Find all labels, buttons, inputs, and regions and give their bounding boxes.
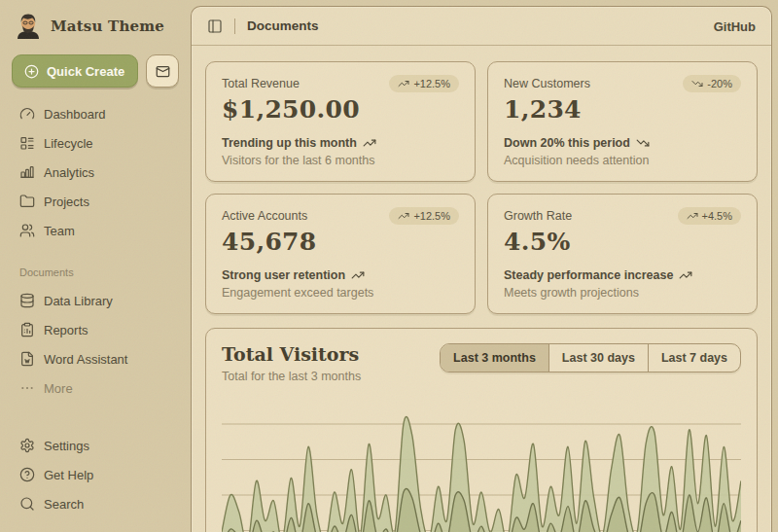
trending-up-icon bbox=[687, 210, 698, 222]
trending-down-icon bbox=[691, 78, 703, 89]
trending-up-icon bbox=[363, 136, 376, 150]
sidebar-item-data-library[interactable]: Data Library bbox=[12, 286, 179, 315]
trending-up-icon bbox=[398, 78, 409, 89]
card-label: Active Accounts bbox=[222, 207, 307, 223]
card-label: Growth Rate bbox=[504, 207, 572, 223]
report-icon bbox=[19, 322, 35, 337]
database-icon bbox=[19, 293, 35, 308]
card-new-customers: New Customers -20% 1,234 Down 20% this p… bbox=[487, 61, 758, 182]
sidebar: Matsu Theme Quick Create Dashboard bbox=[0, 0, 191, 532]
trending-up-icon bbox=[351, 268, 365, 282]
badge-value: +4.5% bbox=[702, 210, 733, 222]
card-footer-desc: Visitors for the last 6 months bbox=[222, 154, 459, 167]
quick-create-button[interactable]: Quick Create bbox=[12, 54, 138, 88]
card-value: 45,678 bbox=[222, 228, 459, 256]
card-total-revenue: Total Revenue +12.5% $1,250.00 Trending … bbox=[205, 61, 476, 182]
card-value: $1,250.00 bbox=[222, 95, 459, 124]
sidebar-item-label: Analytics bbox=[44, 165, 94, 180]
nav-main: Dashboard Lifecycle Analytics Projects bbox=[12, 99, 179, 245]
sidebar-header[interactable]: Matsu Theme bbox=[12, 10, 179, 47]
sidebar-item-settings[interactable]: Settings bbox=[12, 431, 179, 460]
badge-value: +12.5% bbox=[413, 210, 450, 222]
sidebar-section-documents: Documents bbox=[19, 266, 171, 278]
sidebar-item-projects[interactable]: Projects bbox=[12, 187, 179, 216]
sidebar-item-team[interactable]: Team bbox=[12, 216, 179, 245]
card-footer-desc: Meets growth projections bbox=[504, 286, 741, 300]
ellipsis-icon bbox=[19, 380, 35, 396]
app-title: Matsu Theme bbox=[51, 18, 164, 35]
sidebar-item-label: Settings bbox=[44, 439, 89, 453]
card-label: New Customers bbox=[504, 75, 590, 90]
sidebar-item-word-assistant[interactable]: Word Assistant bbox=[12, 344, 179, 373]
sidebar-item-dashboard[interactable]: Dashboard bbox=[12, 99, 179, 128]
card-footer-title: Trending up this month bbox=[222, 136, 357, 150]
sidebar-item-lifecycle[interactable]: Lifecycle bbox=[12, 128, 179, 158]
main-content: Total Revenue +12.5% $1,250.00 Trending … bbox=[192, 46, 771, 532]
quick-create-row: Quick Create bbox=[12, 54, 179, 88]
stat-cards-grid: Total Revenue +12.5% $1,250.00 Trending … bbox=[205, 61, 758, 314]
card-footer-desc: Engagement exceed targets bbox=[222, 286, 459, 300]
trending-up-icon bbox=[398, 210, 409, 222]
sidebar-item-label: Reports bbox=[44, 323, 88, 337]
app-root: Matsu Theme Quick Create Dashboard bbox=[0, 0, 778, 532]
card-footer-title: Steady performance increase bbox=[504, 268, 673, 282]
trend-badge: +4.5% bbox=[678, 207, 742, 225]
circle-plus-icon bbox=[24, 64, 39, 79]
card-label: Total Revenue bbox=[222, 75, 300, 90]
main-panel: Documents GitHub Total Revenue +12.5% bbox=[191, 6, 772, 532]
badge-value: +12.5% bbox=[413, 78, 450, 89]
range-last-30-days[interactable]: Last 30 days bbox=[548, 344, 648, 372]
sidebar-item-label: Dashboard bbox=[44, 107, 106, 122]
gear-icon bbox=[19, 438, 35, 453]
trending-up-icon bbox=[679, 268, 692, 282]
card-growth-rate: Growth Rate +4.5% 4.5% Steady performanc… bbox=[487, 194, 758, 314]
card-value: 1,234 bbox=[504, 95, 741, 124]
trending-down-icon bbox=[636, 136, 650, 150]
card-footer-title: Strong user retention bbox=[222, 268, 345, 282]
sidebar-item-label: Lifecycle bbox=[44, 136, 93, 151]
range-last-7-days[interactable]: Last 7 days bbox=[648, 344, 740, 372]
users-icon bbox=[19, 223, 35, 238]
topbar-separator bbox=[234, 18, 235, 34]
trend-badge: +12.5% bbox=[389, 207, 459, 225]
sidebar-item-label: More bbox=[44, 381, 73, 396]
inbox-button[interactable] bbox=[146, 54, 179, 88]
quick-create-label: Quick Create bbox=[47, 64, 124, 79]
page-title: Documents bbox=[247, 18, 319, 33]
bar-chart-icon bbox=[19, 164, 35, 180]
sidebar-item-get-help[interactable]: Get Help bbox=[12, 460, 179, 489]
file-word-icon bbox=[19, 351, 35, 367]
help-circle-icon bbox=[19, 467, 35, 482]
list-details-icon bbox=[19, 135, 35, 151]
sidebar-item-label: Projects bbox=[44, 195, 89, 209]
sidebar-item-search[interactable]: Search bbox=[12, 489, 179, 518]
sidebar-item-label: Data Library bbox=[44, 294, 113, 308]
github-link[interactable]: GitHub bbox=[714, 19, 756, 34]
sidebar-item-label: Word Assistant bbox=[44, 352, 127, 367]
badge-value: -20% bbox=[707, 78, 732, 89]
card-value: 4.5% bbox=[504, 228, 741, 256]
range-last-3-months[interactable]: Last 3 months bbox=[441, 344, 548, 372]
card-footer-desc: Acquisition needs attention bbox=[504, 154, 741, 167]
folder-icon bbox=[19, 194, 35, 209]
nav-footer: Settings Get Help Search bbox=[12, 431, 179, 520]
card-active-accounts: Active Accounts +12.5% 45,678 Strong use… bbox=[205, 194, 476, 314]
chart-subtitle: Total for the last 3 months bbox=[222, 370, 361, 383]
visitors-area-chart[interactable] bbox=[222, 407, 741, 532]
nav-documents: Data Library Reports Word Assistant More bbox=[12, 286, 179, 403]
search-icon bbox=[19, 496, 35, 512]
sidebar-item-more[interactable]: More bbox=[12, 373, 179, 403]
sidebar-item-reports[interactable]: Reports bbox=[12, 315, 179, 344]
sidebar-item-label: Get Help bbox=[44, 468, 93, 482]
trend-badge: +12.5% bbox=[389, 75, 459, 92]
topbar: Documents GitHub bbox=[192, 7, 771, 46]
sidebar-item-label: Team bbox=[44, 224, 75, 238]
range-toggle-group: Last 3 months Last 30 days Last 7 days bbox=[440, 343, 741, 372]
sidebar-toggle-icon[interactable] bbox=[207, 18, 223, 34]
chart-title: Total Visitors bbox=[222, 343, 361, 365]
total-visitors-card: Total Visitors Total for the last 3 mont… bbox=[205, 328, 758, 532]
card-footer-title: Down 20% this period bbox=[504, 136, 630, 150]
avatar bbox=[14, 12, 43, 41]
trend-badge: -20% bbox=[683, 75, 741, 92]
sidebar-item-analytics[interactable]: Analytics bbox=[12, 158, 179, 187]
